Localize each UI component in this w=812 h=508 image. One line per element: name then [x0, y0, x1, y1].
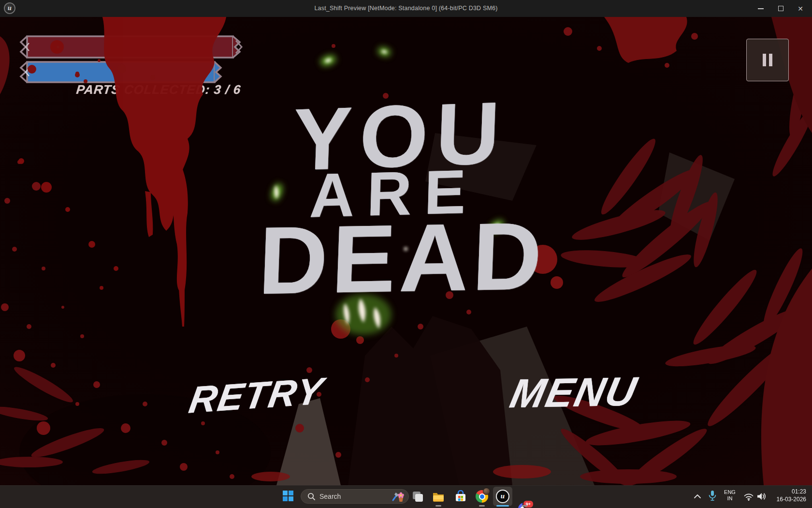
wifi-tray-button[interactable] — [743, 491, 754, 504]
maximize-button[interactable] — [770, 0, 791, 17]
windows-logo-icon — [289, 496, 293, 501]
stamina-bar — [21, 62, 221, 82]
discord-notification-badge: 9+ — [522, 500, 534, 508]
windows-logo-icon — [289, 491, 293, 495]
windows-logo-icon — [283, 496, 288, 501]
pause-icon — [763, 54, 766, 66]
chevron-up-icon — [692, 492, 703, 501]
file-explorer-button[interactable] — [432, 490, 445, 503]
running-indicator — [522, 505, 527, 507]
search-input[interactable]: Search — [301, 489, 409, 504]
windows-logo-icon — [283, 491, 288, 495]
unreal-engine-button[interactable]: u — [493, 487, 512, 506]
file-explorer-icon — [432, 490, 445, 503]
pause-icon — [769, 54, 772, 66]
death-title-line3: DEAD — [257, 201, 547, 315]
running-indicator — [435, 505, 441, 507]
desktop-screen: PARTS COLLECTED: 3 / 6 — [0, 0, 812, 508]
tray-date: 16-03-2026 — [754, 495, 806, 503]
language-switcher[interactable]: ENG IN — [721, 489, 739, 502]
start-button[interactable] — [283, 491, 293, 501]
microphone-icon — [707, 490, 718, 502]
menu-button[interactable]: MENU — [506, 368, 642, 418]
health-bar — [21, 36, 242, 58]
microsoft-store-button[interactable] — [454, 490, 467, 503]
parts-collected-counter: PARTS COLLECTED: 3 / 6 — [75, 82, 242, 97]
running-indicator — [479, 505, 485, 507]
search-highlight-plant-icon — [391, 490, 405, 503]
microphone-tray-button[interactable] — [707, 490, 718, 504]
language-label: ENG — [721, 489, 739, 495]
clock-tray-button[interactable]: 01:23 16-03-2026 — [754, 488, 806, 503]
microsoft-store-icon — [454, 490, 467, 503]
active-app-indicator — [496, 505, 509, 507]
close-button[interactable]: ✕ — [790, 0, 811, 17]
chrome-icon-center — [480, 494, 484, 499]
pause-button[interactable] — [746, 39, 789, 81]
task-view-icon — [411, 490, 424, 503]
tray-overflow-button[interactable] — [692, 492, 703, 503]
window-title: Last_Shift Preview [NetMode: Standalone … — [0, 0, 812, 17]
region-label: IN — [721, 495, 739, 502]
tray-time: 01:23 — [754, 488, 806, 495]
window-titlebar: u Last_Shift Preview [NetMode: Standalon… — [0, 0, 812, 17]
wifi-icon — [743, 491, 754, 502]
task-view-button[interactable] — [411, 490, 424, 503]
close-icon: ✕ — [798, 5, 803, 12]
search-placeholder: Search — [319, 493, 391, 500]
minimize-icon — [758, 8, 764, 9]
maximize-icon — [778, 6, 783, 11]
chrome-button[interactable] — [476, 490, 488, 503]
search-icon — [307, 492, 316, 501]
unreal-engine-icon: u — [496, 490, 509, 503]
hud-status-bars — [19, 29, 246, 87]
minimize-button[interactable] — [750, 0, 771, 17]
chrome-profile-avatar — [483, 488, 490, 495]
